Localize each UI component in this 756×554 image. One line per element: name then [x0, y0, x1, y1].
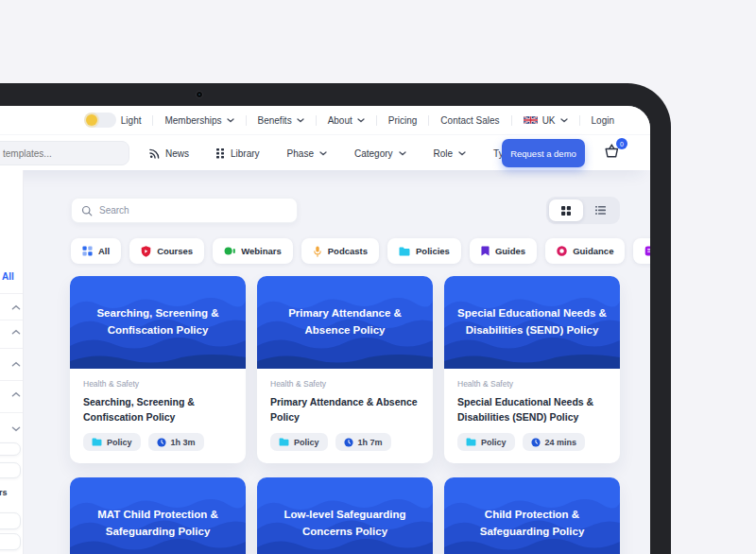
filter-pill-guides[interactable]: Guides [470, 238, 537, 264]
pill-label: Policies [416, 246, 450, 256]
sidebar-filter-chip[interactable] [0, 462, 21, 478]
sidebar-filter-chip[interactable] [0, 533, 21, 550]
card-body: Health & Safety Special Educational Need… [444, 369, 620, 425]
nav-label: News [165, 148, 189, 159]
dropdown-category[interactable]: Category [354, 148, 406, 159]
card-tags: Policy 24 mins [457, 433, 585, 451]
templates-search-input[interactable] [0, 141, 129, 165]
nav-label: Library [231, 148, 260, 159]
chevron-down-icon [319, 151, 327, 156]
nav-item-benefits[interactable]: Benefits [247, 115, 316, 126]
clock-icon [344, 438, 353, 447]
filter-pill-courses[interactable]: Courses [129, 238, 204, 264]
login-label: Login [592, 115, 614, 126]
chevron-down-icon [458, 151, 466, 156]
filter-pill-all[interactable]: All [71, 238, 121, 264]
template-icon [644, 246, 650, 256]
duration-tag: 1h 3m [148, 433, 204, 451]
clock-icon [157, 438, 166, 447]
nav-item-memberships[interactable]: Memberships [153, 115, 245, 126]
chevron-up-icon[interactable] [11, 391, 21, 397]
donut-icon [557, 246, 567, 256]
card-body: Health & Safety Primary Attendance & Abs… [257, 369, 433, 425]
toggle-track-icon[interactable] [84, 113, 116, 128]
card-title: Special Educational Needs & Disabilities… [457, 394, 607, 425]
card-category: Health & Safety [457, 379, 607, 389]
dropdown-phase[interactable]: Phase [287, 148, 327, 159]
locale-selector[interactable]: UK [512, 115, 579, 126]
view-toggle [546, 197, 620, 224]
login-link[interactable]: Login [580, 115, 626, 126]
request-demo-button[interactable]: Request a demo [502, 139, 585, 167]
nav-label: Pricing [388, 115, 418, 126]
chevron-up-icon[interactable] [11, 361, 21, 367]
card-title: Primary Attendance & Absence Policy [270, 394, 420, 425]
grid-icon [82, 246, 93, 256]
theme-toggle-label: Light [121, 115, 142, 126]
card-banner: Primary Attendance &Absence Policy [257, 276, 433, 369]
policy-card[interactable]: Special Educational Needs &Disabilities … [444, 276, 620, 463]
card-category: Health & Safety [270, 379, 420, 389]
grid-view-button[interactable] [549, 199, 583, 221]
policy-card[interactable]: Child Protection &Safeguarding Policy [444, 477, 620, 554]
cart-button[interactable]: 0 [603, 143, 624, 164]
nav-label: Benefits [258, 115, 292, 126]
rss-icon [149, 148, 160, 159]
top-nav: Light Memberships Benefits About [0, 106, 650, 134]
microphone-icon [313, 246, 322, 257]
pill-label: Webinars [241, 246, 282, 256]
sidebar-filter-chip[interactable] [0, 512, 21, 529]
type-tag: Policy [83, 433, 141, 451]
folder-icon [279, 438, 289, 446]
filter-pill-webinars[interactable]: Webinars [213, 238, 293, 264]
duration-tag: 1h 7m [335, 433, 391, 451]
sidebar: All rs [0, 170, 24, 554]
folder-icon [92, 438, 102, 446]
policy-card[interactable]: Primary Attendance &Absence Policy Healt… [257, 276, 433, 463]
nav-item-contact-sales[interactable]: Contact Sales [429, 115, 510, 126]
sun-knob-icon [86, 114, 97, 126]
screen: Light Memberships Benefits About [0, 106, 650, 554]
pill-label: Podcasts [328, 246, 368, 256]
policy-card[interactable]: MAT Child Protection &Safeguarding Polic… [70, 477, 246, 554]
sidebar-item-all[interactable]: All [2, 271, 14, 282]
card-banner: Special Educational Needs &Disabilities … [444, 276, 620, 369]
filter-pill-guidance[interactable]: Guidance [545, 238, 625, 264]
duration-tag: 24 mins [523, 433, 586, 451]
dropdown-role[interactable]: Role [434, 148, 467, 159]
card-tags: Policy 1h 3m [83, 433, 204, 451]
filter-pill-templates[interactable]: Templates [633, 238, 650, 264]
policy-card[interactable]: Low-level SafeguardingConcerns Policy [257, 477, 433, 554]
webinar-icon [224, 246, 235, 256]
grid-dots-icon [216, 148, 225, 159]
nav-item-about[interactable]: About [317, 115, 376, 126]
bookmark-icon [481, 246, 490, 256]
chevron-up-icon[interactable] [11, 329, 21, 335]
content-search[interactable] [71, 198, 298, 223]
chevron-down-icon[interactable] [11, 426, 21, 432]
dropdown-label: Category [354, 148, 393, 159]
divider [0, 348, 23, 349]
chevron-down-icon [560, 118, 568, 123]
secondary-nav: News Library Phase Category [0, 134, 650, 170]
locale-label: UK [542, 115, 556, 126]
theme-toggle[interactable]: Light [73, 113, 153, 128]
pill-label: Courses [157, 246, 193, 256]
webcam-icon [196, 91, 203, 98]
filter-pill-podcasts[interactable]: Podcasts [301, 238, 379, 264]
content-search-input[interactable] [99, 205, 287, 216]
card-banner: Low-level SafeguardingConcerns Policy [257, 477, 433, 554]
chevron-up-icon[interactable] [11, 304, 21, 310]
list-view-button[interactable] [583, 199, 617, 221]
shield-icon [141, 246, 151, 257]
nav-item-library[interactable]: Library [216, 148, 260, 159]
filter-pill-policies[interactable]: Policies [387, 238, 461, 264]
type-tag: Policy [270, 433, 328, 451]
chevron-down-icon [399, 151, 406, 156]
policy-card[interactable]: Searching, Screening &Confiscation Polic… [70, 276, 246, 463]
nav-item-pricing[interactable]: Pricing [377, 115, 429, 126]
sidebar-filter-chip[interactable] [0, 442, 21, 456]
nav-item-news[interactable]: News [149, 148, 189, 159]
nav-label: Memberships [164, 115, 221, 126]
sidebar-truncated-label[interactable]: rs [0, 488, 8, 497]
